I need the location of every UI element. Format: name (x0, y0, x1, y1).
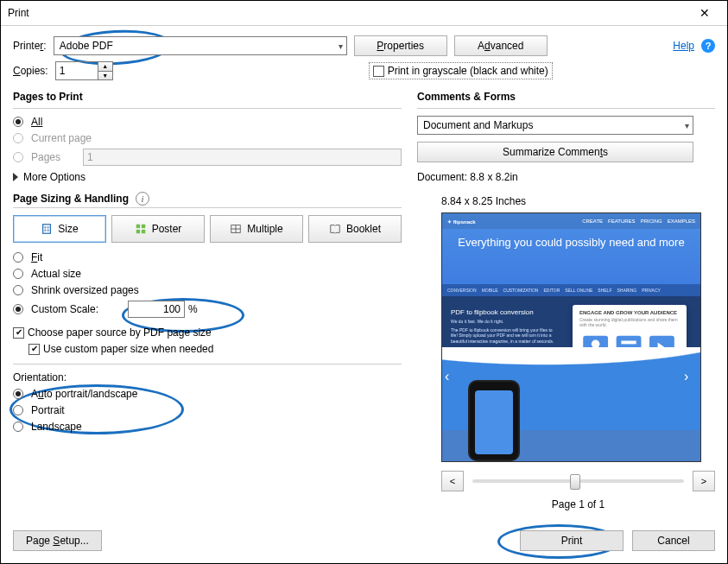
booklet-tab-label: Booklet (346, 223, 381, 235)
radio-icon (13, 252, 23, 263)
orientation-group: Orientation: Auto portrait/landscape Por… (13, 371, 402, 433)
pages-range-radio[interactable]: Pages 1 (13, 149, 402, 166)
choose-paper-label: Choose paper source by PDF page size (28, 326, 212, 339)
slider-thumb[interactable] (570, 474, 580, 490)
size-tab[interactable]: Size (13, 215, 106, 243)
more-options-label: More Options (23, 171, 85, 183)
page-setup-button[interactable]: Page Setup... (13, 530, 102, 551)
radio-icon (13, 117, 23, 127)
comments-combo[interactable]: Document and Markups ▾ (417, 116, 693, 135)
multiple-icon (230, 223, 242, 235)
pages-range-label: Pages (31, 151, 79, 163)
radio-icon (13, 152, 23, 162)
percent-label: % (188, 303, 198, 315)
poster-tab[interactable]: Poster (111, 215, 205, 243)
printer-combo[interactable]: Adobe PDF ▾ (54, 36, 347, 55)
shrink-label: Shrink oversized pages (31, 284, 139, 296)
preview-next-button[interactable]: > (693, 471, 715, 491)
pages-current-radio[interactable]: Current page (13, 132, 402, 144)
help-icon[interactable]: ? (701, 39, 715, 53)
custom-scale-input[interactable]: 100 (128, 301, 185, 318)
chevron-down-icon: ▾ (339, 41, 343, 51)
radio-icon (13, 304, 23, 314)
orientation-portrait-label: Portrait (31, 404, 65, 416)
sizing-title: Page Sizing & Handling (13, 193, 129, 205)
paper-size-label: 8.84 x 8.25 Inches (441, 195, 715, 207)
use-custom-paper-checkbox[interactable]: ✔ Use custom paper size when needed (28, 343, 402, 355)
radio-icon (13, 421, 23, 432)
cancel-button[interactable]: Cancel (632, 530, 715, 551)
preview-brand: ✦ flipsnack (447, 219, 476, 225)
comments-value: Document and Markups (423, 119, 533, 131)
booklet-icon (329, 223, 341, 235)
grayscale-label: Print in grayscale (black and white) (388, 65, 548, 77)
chevron-right-icon: › (684, 369, 698, 383)
orientation-auto-radio[interactable]: Auto portrait/landscape (13, 388, 402, 400)
spin-down-icon[interactable]: ▼ (98, 71, 112, 80)
booklet-tab[interactable]: Booklet (308, 215, 402, 243)
pages-title: Pages to Print (13, 91, 402, 103)
choose-paper-checkbox[interactable]: ✔ Choose paper source by PDF page size (13, 326, 402, 339)
orientation-title: Orientation: (13, 371, 402, 383)
svg-rect-3 (136, 230, 139, 233)
pages-current-label: Current page (31, 132, 92, 144)
close-icon[interactable]: ✕ (689, 1, 720, 25)
info-icon[interactable]: i (136, 192, 149, 206)
comments-group: Comments & Forms Document and Markups ▾ … (417, 91, 715, 162)
help-link[interactable]: Help (673, 40, 694, 52)
pages-range-input[interactable]: 1 (83, 149, 402, 166)
checkbox-icon: ✔ (28, 344, 40, 355)
titlebar: Print ✕ (1, 1, 727, 26)
actual-size-radio[interactable]: Actual size (13, 268, 402, 280)
print-button[interactable]: Print (520, 530, 624, 551)
page-size-icon (41, 223, 53, 235)
fit-label: Fit (31, 251, 42, 263)
svg-rect-1 (136, 225, 139, 228)
checkbox-icon: ✔ (13, 327, 24, 339)
multiple-tab-label: Multiple (247, 223, 282, 235)
print-dialog: Print ✕ Printer: Adobe PDF ▾ Properties … (0, 0, 728, 564)
properties-button[interactable]: Properties (354, 35, 447, 56)
summarize-comments-button[interactable]: Summarize Comments (417, 142, 693, 162)
chevron-left-icon: ‹ (445, 369, 459, 383)
radio-icon (13, 285, 23, 295)
more-options-toggle[interactable]: More Options (13, 171, 402, 183)
shrink-radio[interactable]: Shrink oversized pages (13, 284, 402, 296)
sizing-group: Page Sizing & Handling i Size Poster (13, 192, 402, 355)
orientation-landscape-label: Landscape (31, 421, 82, 433)
size-tab-label: Size (58, 223, 78, 235)
orientation-portrait-radio[interactable]: Portrait (13, 404, 402, 416)
pages-to-print-group: Pages to Print All Current page Pages 1 (13, 91, 402, 183)
radio-icon (13, 405, 23, 415)
document-size-label: Document: 8.8 x 8.2in (417, 171, 715, 183)
radio-icon (13, 389, 23, 399)
svg-rect-0 (43, 225, 51, 234)
copies-stepper[interactable]: 1 ▲ ▼ (55, 61, 113, 80)
advanced-button[interactable]: Advanced (454, 35, 548, 56)
preview-pdf-title: PDF to flipbook conversion (451, 308, 554, 316)
page-counter: Page 1 of 1 (441, 498, 715, 510)
print-preview: ✦ flipsnack CREATEFEATURESPRICINGEXAMPLE… (441, 212, 701, 462)
spin-up-icon[interactable]: ▲ (98, 62, 112, 71)
printer-label: Printer: (13, 40, 47, 52)
orientation-auto-label: Auto portrait/landscape (31, 388, 137, 400)
copies-value: 1 (56, 62, 98, 79)
printer-value: Adobe PDF (60, 40, 113, 52)
orientation-landscape-radio[interactable]: Landscape (13, 421, 402, 433)
actual-size-label: Actual size (31, 268, 81, 280)
multiple-tab[interactable]: Multiple (210, 215, 303, 243)
pages-all-label: All (31, 116, 42, 128)
svg-rect-11 (621, 341, 636, 345)
grayscale-checkbox[interactable]: Print in grayscale (black and white) (369, 62, 553, 79)
copies-label: Copies: (13, 65, 48, 77)
pages-all-radio[interactable]: All (13, 116, 402, 128)
zoom-slider[interactable] (472, 479, 684, 483)
poster-tab-label: Poster (152, 223, 182, 235)
custom-scale-radio[interactable]: Custom Scale: 100 % (13, 301, 402, 318)
fit-radio[interactable]: Fit (13, 251, 402, 263)
preview-pdf-sub: We do it fast. We do it right. (451, 319, 554, 325)
comments-title: Comments & Forms (417, 91, 715, 103)
preview-prev-button[interactable]: < (441, 471, 464, 491)
svg-rect-4 (142, 230, 145, 233)
custom-scale-label: Custom Scale: (31, 303, 124, 315)
